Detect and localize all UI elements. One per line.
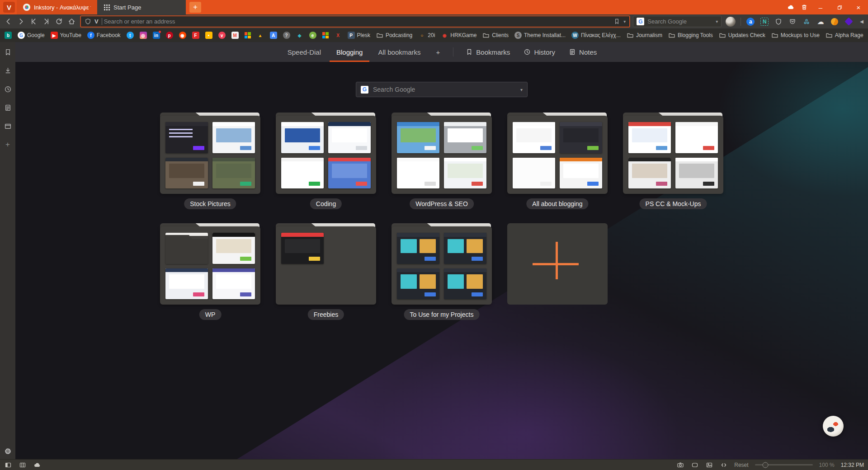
bookmark-linkedin[interactable]: in [153, 32, 160, 39]
close-button[interactable]: × [849, 0, 868, 14]
bookmark-plesk[interactable]: PPlesk [348, 32, 370, 39]
speed-dial-folder[interactable]: Coding [276, 113, 376, 194]
extension-n-clipper-icon[interactable]: N [760, 17, 769, 26]
nav-tab-speed-dial[interactable]: Speed-Dial [281, 42, 328, 62]
bookmark-20i[interactable]: ○20i [418, 32, 435, 39]
start-page-search-field[interactable]: G Search Google ▾ [356, 82, 528, 97]
bookmark-folder-clients[interactable]: Clients [482, 32, 509, 39]
shield-icon[interactable] [85, 18, 91, 25]
bookmark-folder-alpha-rage[interactable]: Alpha Rage [826, 32, 863, 39]
extension-shield-icon[interactable] [774, 17, 783, 26]
forward-icon[interactable] [15, 16, 27, 27]
new-tab-button[interactable]: + [189, 2, 201, 13]
url-input[interactable]: V Search or enter an address ▾ [80, 16, 630, 27]
bookmark-theme-installer[interactable]: STheme Installat... [514, 32, 566, 39]
bookmark-reddit[interactable]: ◉ [179, 32, 186, 39]
speed-dial-folder[interactable]: WP [160, 223, 260, 305]
mascot-badge[interactable] [823, 416, 844, 437]
capture-page-icon[interactable] [676, 461, 684, 469]
search-field[interactable]: G Search Google ▾ [633, 16, 722, 27]
fast-forward-icon[interactable] [41, 16, 52, 27]
vivaldi-menu-icon[interactable]: V [3, 2, 15, 13]
zoom-reset-button[interactable]: Reset [734, 462, 748, 468]
trash-closed-tabs-icon[interactable] [797, 0, 811, 14]
extension-cloud-icon[interactable]: ☁ [816, 17, 825, 26]
sync-status-icon[interactable] [33, 461, 41, 469]
bookmark-gmail[interactable]: M [231, 32, 239, 39]
toggle-panel-icon[interactable] [4, 461, 12, 469]
nav-tab--[interactable]: + [429, 42, 447, 62]
reload-icon[interactable] [53, 16, 65, 27]
bookmark-page-icon[interactable] [613, 18, 620, 25]
bookmark-bing[interactable]: b [5, 32, 12, 39]
speed-dial-folder[interactable]: WordPress & SEO [392, 113, 492, 194]
bookmark-microsoft[interactable] [322, 32, 329, 38]
speed-dial-folder[interactable]: Stock Pictures [160, 113, 260, 194]
bookmark-google[interactable]: GGoogle [18, 32, 45, 39]
extension-flame-icon[interactable] [830, 17, 839, 26]
extension-nodes-icon[interactable] [802, 17, 811, 26]
bookmark-folder-mockups[interactable]: Mockups to Use [771, 32, 820, 39]
bookmark-keep[interactable]: • [205, 32, 212, 39]
nav-tab-blogging[interactable]: Blogging [330, 42, 369, 62]
bookmark-flipboard[interactable]: F [192, 32, 199, 39]
bookmark-hrkgame[interactable]: ◉HRKGame [441, 32, 476, 39]
nav-link-notes[interactable]: Notes [563, 42, 603, 62]
panel-window-icon[interactable] [4, 122, 12, 130]
bookmark-folder-blogging-tools[interactable]: Blogging Tools [668, 32, 713, 39]
bookmark-envato[interactable]: e [309, 32, 316, 39]
back-icon[interactable] [3, 16, 14, 27]
search-engine-dropdown-icon[interactable]: ▾ [716, 19, 718, 24]
page-actions-icon[interactable] [691, 461, 699, 469]
extension-pocket-icon[interactable] [788, 17, 797, 26]
home-icon[interactable] [66, 16, 77, 27]
bookmark-x-red[interactable]: X [335, 32, 342, 39]
speed-dial-folder[interactable]: All about blogging [507, 113, 608, 194]
bookmark-facebook[interactable]: fFacebook [87, 32, 121, 39]
panel-bookmarks-icon[interactable] [4, 48, 12, 56]
nav-link-bookmarks[interactable]: Bookmarks [460, 42, 516, 62]
zoom-slider-knob[interactable] [762, 462, 768, 468]
speed-dial-folder[interactable]: To Use for my Projects [392, 223, 492, 305]
speed-dial-folder[interactable]: PS CC & Mock-Ups [623, 113, 723, 194]
speed-dial-folder[interactable]: Freebies [276, 223, 376, 305]
zoom-slider[interactable] [755, 464, 813, 465]
bookmark-windows[interactable] [245, 32, 251, 38]
rewind-icon[interactable] [28, 16, 39, 27]
panel-history-icon[interactable] [4, 85, 12, 93]
bookmark-pocket[interactable]: ∨ [218, 32, 226, 39]
restore-button[interactable] [830, 0, 849, 14]
panel-add[interactable]: + [4, 141, 12, 149]
bookmark-twitter[interactable]: t [127, 32, 134, 39]
settings-gear-icon[interactable] [4, 447, 12, 455]
extension-cube-icon[interactable] [844, 17, 853, 26]
tab-start-page[interactable]: Start Page [97, 0, 186, 14]
bookmark-help[interactable]: ? [283, 32, 290, 39]
tab-tiling-icon[interactable] [19, 461, 27, 469]
bookmark-youtube[interactable]: ▶YouTube [51, 32, 81, 39]
bookmark-gem[interactable]: ◆ [296, 32, 303, 39]
profile-avatar[interactable] [726, 17, 736, 27]
panel-downloads-icon[interactable] [4, 66, 12, 75]
tab-inkstory[interactable]: Inkstory - Ανακάλυψε την [17, 0, 97, 14]
sync-cloud-icon[interactable] [784, 0, 797, 14]
extension-a-icon[interactable]: a [746, 17, 755, 26]
minimize-button[interactable]: – [811, 0, 830, 14]
toggle-images-icon[interactable] [705, 461, 713, 469]
search-dropdown-icon[interactable]: ▾ [520, 87, 523, 92]
bookmark-folder-journalism[interactable]: Journalism [627, 32, 662, 39]
bookmark-folder-updates-check[interactable]: Updates Check [719, 32, 765, 39]
bookmark-pinterest[interactable]: p [166, 32, 173, 39]
bookmark-drive[interactable]: ▲ [257, 32, 264, 39]
page-tiling-icon[interactable] [720, 461, 728, 469]
add-dial-tile[interactable] [507, 223, 608, 305]
url-dropdown-icon[interactable]: ▾ [623, 19, 626, 24]
bookmark-translate[interactable]: A [270, 32, 277, 39]
bookmark-folder-podcasting[interactable]: Podcasting [376, 32, 412, 39]
nav-tab-all-bookmarks[interactable]: All bookmarks [371, 42, 427, 62]
panel-notes-icon[interactable] [4, 103, 12, 112]
nav-link-history[interactable]: History [518, 42, 561, 62]
bookmark-instagram[interactable]: ◎ [140, 32, 147, 39]
collapse-extensions-icon[interactable]: ◀ [858, 19, 865, 24]
bookmark-wordpress[interactable]: WΠίνακας Ελέγχ... [571, 32, 621, 39]
